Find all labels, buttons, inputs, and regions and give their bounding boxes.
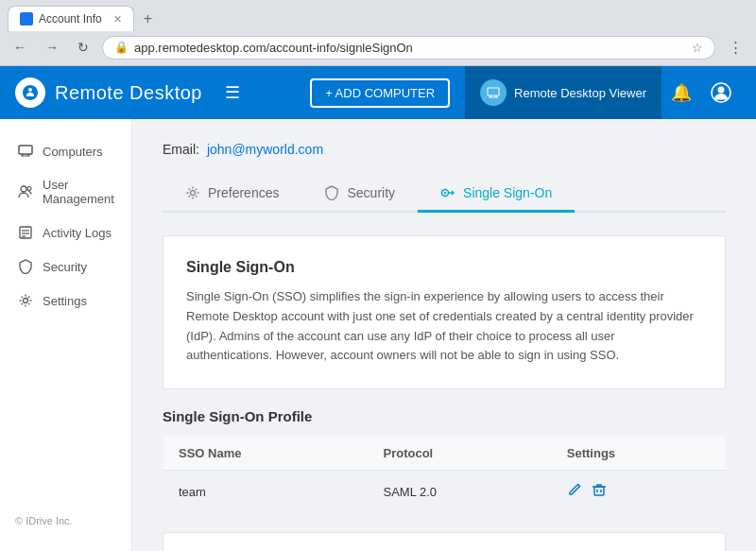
back-button[interactable]: ←: [8, 36, 32, 59]
svg-point-1: [718, 87, 725, 94]
logo-svg: [21, 83, 40, 102]
email-row: Email: john@myworld.com: [163, 142, 726, 157]
tab-security[interactable]: Security: [301, 176, 418, 213]
rdv-label: Remote Desktop Viewer: [514, 86, 646, 100]
svg-point-3: [21, 186, 26, 192]
sidebar-item-settings[interactable]: Settings: [0, 284, 131, 318]
sso-table: SSO Name Protocol Settings team SAML 2.0: [163, 436, 726, 513]
svg-point-4: [27, 187, 31, 191]
main-content: Email: john@myworld.com Preferences Secu…: [132, 119, 756, 551]
browser-tab[interactable]: Account Info ✕: [8, 6, 134, 31]
sso-row-actions: [552, 471, 726, 513]
sidebar-item-activity-logs-label: Activity Logs: [43, 226, 112, 240]
sidebar-item-computers[interactable]: Computers: [0, 134, 131, 168]
rdv-button[interactable]: Remote Desktop Viewer: [465, 66, 662, 119]
rdv-icon: [480, 79, 507, 106]
tab-security-label: Security: [347, 185, 395, 200]
col-protocol: Protocol: [369, 437, 552, 471]
add-computer-button[interactable]: + ADD COMPUTER: [310, 78, 450, 108]
col-sso-name: SSO Name: [163, 437, 369, 471]
svg-point-9: [24, 299, 28, 303]
url-text: app.remotedesktop.com/account-info/signl…: [134, 41, 686, 55]
sidebar-item-user-management-label: User Management: [43, 178, 116, 206]
tab-sso-icon: [440, 185, 455, 200]
sso-content-card: Single Sign-On Single Sign-On (SSO) simp…: [163, 235, 726, 389]
hamburger-button[interactable]: ☰: [217, 78, 248, 107]
app-header: Remote Desktop ☰ + ADD COMPUTER Remote D…: [0, 66, 756, 119]
tab-preferences[interactable]: Preferences: [163, 176, 301, 213]
logo-icon: [15, 77, 45, 108]
activity-logs-icon: [18, 225, 33, 240]
preferences-gear-icon: [185, 185, 200, 200]
svg-rect-13: [594, 487, 604, 495]
sso-row-protocol: SAML 2.0: [369, 471, 552, 513]
sidebar-footer: © IDrive Inc.: [0, 504, 131, 538]
action-icons: [567, 482, 710, 501]
notifications-button[interactable]: 🔔: [662, 66, 701, 119]
header-user-section: Remote Desktop Viewer 🔔: [465, 66, 741, 119]
tab-favicon: [20, 12, 33, 26]
monitor-icon: [18, 144, 33, 159]
sidebar: Computers User Management Activity Logs …: [0, 119, 132, 551]
sidebar-item-user-management[interactable]: User Management: [0, 168, 131, 215]
tab-preferences-label: Preferences: [208, 185, 279, 200]
sidebar-item-activity-logs[interactable]: Activity Logs: [0, 215, 131, 250]
sso-row-name: team: [163, 471, 369, 513]
email-label: Email:: [163, 142, 199, 157]
sidebar-item-computers-label: Computers: [43, 145, 103, 159]
bookmark-icon: ☆: [692, 41, 703, 55]
sync-section: Sync users from your identity provider G…: [163, 532, 726, 551]
sidebar-item-settings-label: Settings: [43, 294, 87, 308]
sso-table-row: team SAML 2.0: [163, 471, 726, 513]
col-settings: Settings: [552, 437, 726, 471]
sso-title: Single Sign-On: [186, 259, 702, 276]
address-bar-row: ← → ↻ 🔒 app.remotedesktop.com/account-in…: [0, 31, 756, 65]
reload-button[interactable]: ↻: [72, 36, 94, 59]
sso-description: Single Sign-On (SSO) simplifies the sign…: [186, 287, 702, 366]
sso-profile-title: Single Sign-On Profile: [163, 408, 726, 424]
tab-security-icon: [324, 185, 339, 200]
new-tab-button[interactable]: +: [138, 9, 158, 29]
svg-rect-2: [19, 146, 32, 154]
app-logo: Remote Desktop: [15, 77, 202, 108]
user-avatar-icon: [711, 82, 731, 103]
forward-button[interactable]: →: [40, 36, 64, 59]
sidebar-item-security-label: Security: [43, 260, 87, 274]
sso-table-header-row: SSO Name Protocol Settings: [163, 437, 726, 471]
toolbar-icons: ⋮: [723, 35, 748, 60]
tab-close-button[interactable]: ✕: [113, 13, 122, 26]
tab-single-sign-on[interactable]: Single Sign-On: [418, 176, 575, 213]
svg-point-10: [191, 191, 196, 196]
delete-icon[interactable]: [592, 482, 607, 501]
settings-icon: [18, 293, 33, 308]
tab-title: Account Info: [39, 12, 102, 26]
tabs: Preferences Security Single Sign-On: [163, 176, 726, 213]
security-icon: [18, 259, 33, 274]
address-bar[interactable]: 🔒 app.remotedesktop.com/account-info/sig…: [102, 36, 715, 60]
tab-bar: Account Info ✕ +: [0, 0, 756, 31]
email-value: john@myworld.com: [207, 142, 323, 157]
browser-chrome: Account Info ✕ + ← → ↻ 🔒 app.remotedeskt…: [0, 0, 756, 66]
user-management-icon: [18, 184, 33, 199]
app-body: Computers User Management Activity Logs …: [0, 119, 756, 551]
user-profile-button[interactable]: [701, 66, 741, 119]
sso-profile-section: Single Sign-On Profile SSO Name Protocol…: [163, 408, 726, 513]
rdv-svg: [486, 85, 501, 100]
extensions-button[interactable]: ⋮: [723, 35, 748, 60]
lock-icon: 🔒: [114, 41, 129, 54]
app-name: Remote Desktop: [55, 82, 202, 104]
sidebar-nav: Computers User Management Activity Logs …: [0, 134, 131, 318]
tab-sso-label: Single Sign-On: [463, 185, 552, 200]
edit-icon[interactable]: [567, 482, 582, 501]
sidebar-item-security[interactable]: Security: [0, 250, 131, 284]
svg-point-12: [444, 192, 446, 194]
